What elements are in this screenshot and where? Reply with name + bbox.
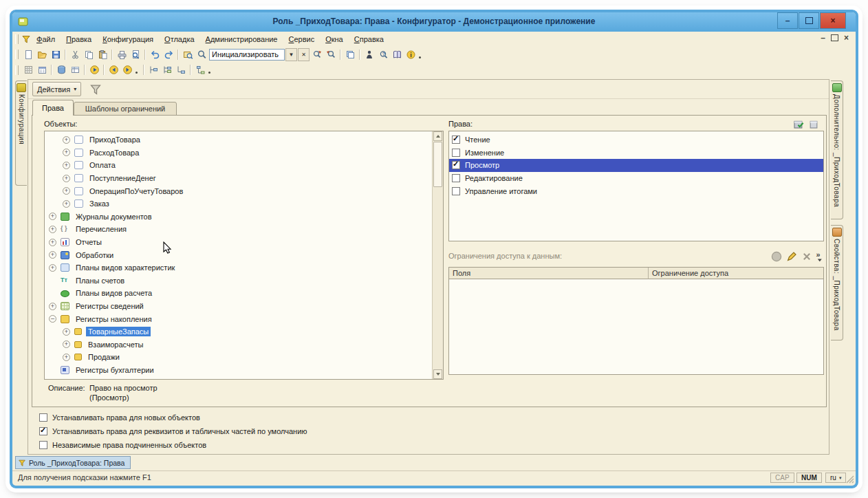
tree-expander-icon[interactable]: + xyxy=(63,149,70,156)
mdi-minimize-button[interactable]: – xyxy=(821,33,825,43)
nav-forward-icon[interactable] xyxy=(120,64,134,76)
option-row[interactable]: Устанавливать права для реквизитов и таб… xyxy=(39,426,307,437)
tree-expander-icon[interactable]: + xyxy=(49,213,56,220)
tree-scrollbar[interactable] xyxy=(432,131,443,379)
restrictions-table[interactable]: Поля Ограничение доступа xyxy=(448,267,824,375)
option-checkbox[interactable] xyxy=(39,427,47,435)
option-checkbox[interactable] xyxy=(39,441,47,449)
tree-item[interactable]: +ОперацияПоУчетуТоваров xyxy=(45,184,432,197)
option-row[interactable]: Устанавливать права для новых объектов xyxy=(39,412,200,423)
tree-expander-icon[interactable]: + xyxy=(49,251,56,259)
tree-expander-icon[interactable]: + xyxy=(63,200,70,208)
tree-item[interactable]: + xyxy=(45,376,432,380)
maximize-button[interactable] xyxy=(799,12,819,29)
find-prev-icon[interactable] xyxy=(324,48,338,61)
tree-item[interactable]: +Журналы документов xyxy=(45,210,432,224)
tree-item[interactable]: +Планы видов характеристик xyxy=(45,261,432,274)
open-folder-icon[interactable] xyxy=(35,48,49,61)
tree-expander-icon[interactable]: + xyxy=(63,136,70,144)
column-header-restriction[interactable]: Ограничение доступа xyxy=(649,268,823,279)
database-icon[interactable] xyxy=(54,64,68,76)
delete-restriction-icon[interactable] xyxy=(801,250,813,263)
tree-expander-icon[interactable]: + xyxy=(63,187,70,195)
tree-move-up-icon[interactable] xyxy=(147,64,160,76)
tree-item[interactable]: +Регистры бухгалтерии xyxy=(45,364,432,377)
cut-icon[interactable] xyxy=(68,48,82,61)
menu-item-Файл[interactable]: Файл xyxy=(31,33,61,45)
copy-window-icon[interactable] xyxy=(343,48,357,61)
grid-icon[interactable] xyxy=(21,64,35,76)
close-button[interactable]: × xyxy=(820,12,846,29)
tree-item[interactable]: +Обработки xyxy=(45,248,432,261)
tree-item[interactable]: +Планы видов расчета xyxy=(45,287,432,300)
tree-item[interactable]: +Перечисления xyxy=(45,223,432,236)
right-checkbox[interactable] xyxy=(452,161,460,169)
add-restriction-icon[interactable] xyxy=(770,250,783,263)
undo-icon[interactable] xyxy=(148,48,162,61)
option-checkbox[interactable] xyxy=(39,413,47,422)
tree-expander-icon[interactable]: + xyxy=(63,328,70,336)
tree-item[interactable]: +Продажи xyxy=(45,351,432,364)
tree-expander-icon[interactable]: + xyxy=(49,303,56,310)
tree-item[interactable]: +Заказ xyxy=(45,197,432,210)
paste-icon[interactable] xyxy=(96,48,109,61)
menu-item-Сервис[interactable]: Сервис xyxy=(283,33,320,45)
redo-icon[interactable] xyxy=(162,48,175,61)
copy-icon[interactable] xyxy=(82,48,96,61)
right-item[interactable]: Чтение xyxy=(449,133,823,147)
resize-grip[interactable] xyxy=(845,474,854,484)
more-actions-icon[interactable]: » xyxy=(814,250,827,263)
table-icon[interactable] xyxy=(68,64,82,76)
new-doc-icon[interactable] xyxy=(21,48,35,61)
structure-icon[interactable] xyxy=(193,64,207,76)
right-checkbox[interactable] xyxy=(452,187,460,195)
nav-back-icon[interactable] xyxy=(107,64,120,76)
tree-expander-icon[interactable]: + xyxy=(63,175,70,182)
right-checkbox[interactable] xyxy=(452,136,460,144)
tree-expander-icon[interactable]: + xyxy=(49,264,56,272)
option-row[interactable]: Независимые права подчиненных объектов xyxy=(39,440,206,451)
scroll-down-button[interactable] xyxy=(433,369,442,379)
panel-tab-additional[interactable]: Дополнительно: _ПриходТовара xyxy=(831,80,843,219)
menu-item-Окна[interactable]: Окна xyxy=(320,33,349,45)
tree-expander-icon[interactable]: + xyxy=(63,162,70,169)
tree-item[interactable]: +Взаиморасчеты xyxy=(45,338,432,351)
column-header-fields[interactable]: Поля xyxy=(449,268,649,279)
magnifier-icon[interactable] xyxy=(195,48,208,61)
tree-item[interactable]: –Регистры накопления xyxy=(45,312,432,325)
tree-expander-icon[interactable]: + xyxy=(63,354,70,361)
filter-icon[interactable] xyxy=(89,83,102,96)
combo-clear-button[interactable]: ✕ xyxy=(298,48,310,61)
tree-item[interactable]: +ПоступлениеДенег xyxy=(45,172,432,185)
tree-reorder-icon[interactable] xyxy=(160,64,174,76)
menu-item-Справка[interactable]: Справка xyxy=(349,33,389,45)
tree-expander-icon[interactable]: – xyxy=(49,315,56,323)
tab-rights[interactable]: Права xyxy=(32,100,74,116)
toolbar-grip[interactable] xyxy=(15,65,19,75)
book-icon[interactable] xyxy=(390,48,404,61)
panel-tab-configuration[interactable]: Конфигурация xyxy=(15,80,27,186)
clear-all-rights-icon[interactable] xyxy=(807,118,820,130)
title-bar[interactable]: Роль _ПриходТовара: Права - Конфигуратор… xyxy=(12,12,856,32)
calendar-icon[interactable] xyxy=(35,64,49,76)
procedure-combo-input[interactable] xyxy=(209,49,285,61)
find-next-icon[interactable] xyxy=(310,48,324,61)
panel-tab-properties[interactable]: Свойства: _ПриходТовара xyxy=(831,225,843,340)
mdi-close-button[interactable]: × xyxy=(844,33,849,43)
tree-item[interactable]: +Оплата xyxy=(45,159,432,172)
tree-expander-icon[interactable]: + xyxy=(49,239,56,246)
right-checkbox[interactable] xyxy=(452,149,460,157)
tree-item[interactable]: +Планы счетов xyxy=(45,274,432,288)
info-icon[interactable]: i xyxy=(404,48,417,61)
set-all-rights-icon[interactable] xyxy=(792,118,805,130)
tree-item[interactable]: +РасходТовара xyxy=(45,147,432,160)
right-item[interactable]: Просмотр xyxy=(449,159,823,172)
edit-restriction-icon[interactable] xyxy=(785,250,798,263)
minimize-button[interactable]: – xyxy=(777,12,798,29)
right-checkbox[interactable] xyxy=(452,174,460,182)
find-in-files-icon[interactable] xyxy=(181,48,195,61)
scroll-up-button[interactable] xyxy=(433,131,442,141)
tree-item[interactable]: +ТоварныеЗапасы xyxy=(45,325,432,338)
tab-restriction-templates[interactable]: Шаблоны ограничений xyxy=(74,102,177,116)
right-item[interactable]: Изменение xyxy=(449,147,823,160)
